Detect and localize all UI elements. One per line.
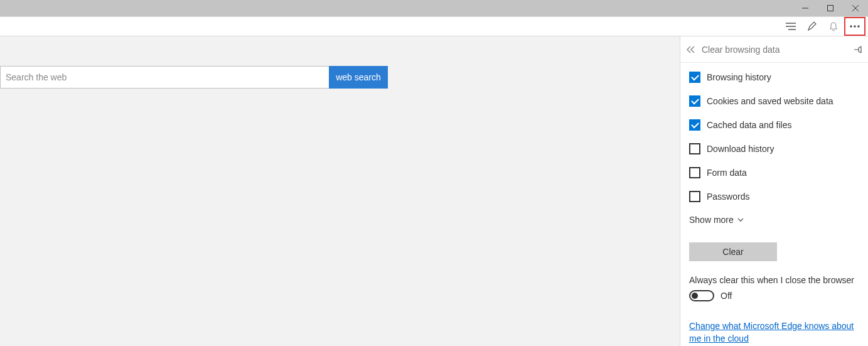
web-search-button[interactable]: web search [329,66,388,89]
checkbox-label: Download history [707,144,774,154]
svg-point-7 [850,26,852,28]
reading-list-icon [786,23,796,30]
back-button[interactable] [687,46,695,53]
clear-browsing-data-panel: Clear browsing data Browsing history Coo… [680,36,868,346]
notes-button[interactable] [801,17,823,36]
reading-list-button[interactable] [780,17,801,36]
check-row-cookies[interactable]: Cookies and saved website data [689,95,859,107]
panel-body: Browsing history Cookies and saved websi… [680,63,868,345]
show-more-label: Show more [689,215,734,225]
panel-header: Clear browsing data [680,36,868,63]
always-clear-toggle[interactable] [689,290,714,301]
checkbox-label: Browsing history [707,72,771,82]
checkbox[interactable] [689,191,700,202]
close-icon [852,5,859,11]
checkbox[interactable] [689,119,700,131]
minimize-button[interactable] [793,0,818,16]
bell-icon [828,21,839,31]
panel-title: Clear browsing data [702,45,853,55]
maximize-button[interactable] [818,0,843,16]
chevron-left-double-icon [687,46,695,53]
check-row-form-data[interactable]: Form data [689,167,859,178]
checkbox[interactable] [689,95,700,107]
check-row-cache[interactable]: Cached data and files [689,119,859,131]
checkbox[interactable] [689,72,700,83]
checkbox-label: Cached data and files [707,120,791,130]
notes-icon [807,21,817,31]
check-row-download-history[interactable]: Download history [689,143,859,154]
clear-button[interactable]: Clear [689,242,777,261]
check-row-passwords[interactable]: Passwords [689,191,859,202]
chevron-down-icon [737,217,744,222]
show-more-button[interactable]: Show more [689,215,859,225]
close-button[interactable] [843,0,868,16]
notifications-button[interactable] [823,17,844,36]
svg-point-8 [854,26,856,28]
checkbox-label: Cookies and saved website data [707,96,833,106]
pin-icon [853,45,862,54]
check-row-browsing-history[interactable]: Browsing history [689,72,859,83]
minimize-icon [802,5,808,11]
more-button[interactable] [844,17,865,36]
svg-rect-1 [828,6,833,11]
checkbox-label: Form data [707,168,747,178]
cloud-privacy-link[interactable]: Change what Microsoft Edge knows about m… [689,320,859,345]
search-input[interactable] [0,66,329,89]
always-clear-label: Always clear this when I close the brows… [689,275,859,285]
search-bar: web search [0,66,388,89]
more-icon [850,25,860,28]
toolbar [0,16,868,36]
checkbox-label: Passwords [707,192,749,202]
checkbox[interactable] [689,167,700,178]
always-clear-toggle-row: Off [689,290,859,301]
svg-point-9 [858,26,860,28]
titlebar [0,0,868,16]
checkbox[interactable] [689,143,700,154]
toggle-state-label: Off [721,291,732,301]
maximize-icon [827,5,833,11]
pin-button[interactable] [853,45,862,54]
